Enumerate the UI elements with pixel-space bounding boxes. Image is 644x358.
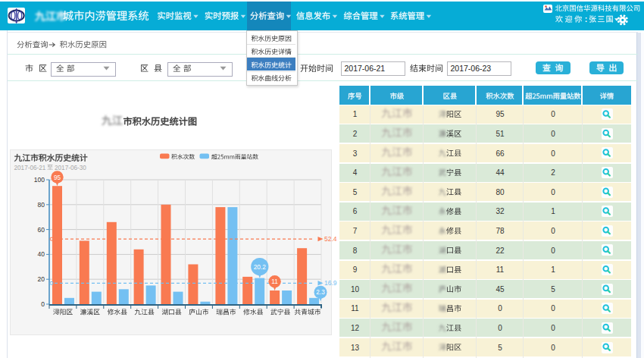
- svg-text:95: 95: [54, 174, 61, 181]
- svg-text:0: 0: [551, 324, 555, 332]
- svg-text:0: 0: [551, 188, 555, 196]
- svg-text:78: 78: [496, 227, 505, 235]
- svg-text:5: 5: [498, 344, 502, 352]
- svg-text:2.3: 2.3: [316, 289, 325, 296]
- svg-text:60: 60: [38, 226, 45, 234]
- svg-text:1: 1: [551, 265, 555, 274]
- svg-text:11: 11: [271, 278, 278, 285]
- svg-text:3: 3: [353, 149, 358, 158]
- svg-text:5: 5: [353, 188, 358, 196]
- svg-text:2017-06-23: 2017-06-23: [451, 64, 492, 73]
- svg-text::: :: [585, 14, 588, 24]
- svg-text:32: 32: [496, 207, 505, 215]
- svg-text:0: 0: [551, 304, 555, 312]
- svg-text:5: 5: [551, 285, 555, 294]
- svg-text:11: 11: [496, 265, 505, 274]
- svg-text:100: 100: [34, 176, 45, 184]
- svg-text:4: 4: [353, 168, 358, 177]
- svg-text:66: 66: [496, 149, 505, 158]
- svg-text:0: 0: [551, 227, 555, 235]
- svg-text:2: 2: [353, 130, 358, 138]
- svg-text:0: 0: [551, 247, 555, 255]
- svg-text:2017-06-30: 2017-06-30: [55, 165, 86, 171]
- svg-text:40: 40: [38, 250, 45, 258]
- svg-text:1: 1: [353, 110, 358, 118]
- svg-text:0: 0: [551, 110, 555, 118]
- svg-text:0: 0: [551, 130, 555, 138]
- svg-text:16.9: 16.9: [324, 279, 337, 287]
- svg-text:0: 0: [551, 149, 555, 158]
- svg-text:51: 51: [496, 130, 505, 138]
- svg-text:0: 0: [498, 304, 502, 312]
- svg-text:20.2: 20.2: [254, 263, 267, 271]
- svg-text:6: 6: [353, 207, 358, 215]
- svg-text:44: 44: [496, 168, 505, 177]
- svg-text:2: 2: [551, 168, 555, 177]
- svg-text:0: 0: [551, 344, 555, 352]
- svg-text:12: 12: [351, 324, 360, 332]
- svg-text:22: 22: [496, 247, 505, 255]
- svg-text:45: 45: [496, 285, 505, 294]
- svg-text:7: 7: [353, 227, 358, 235]
- svg-text:8: 8: [353, 247, 358, 255]
- svg-text:2017-06-21: 2017-06-21: [14, 165, 46, 171]
- svg-text:10: 10: [351, 285, 360, 294]
- svg-text:2017-06-21: 2017-06-21: [345, 64, 386, 73]
- svg-text:20: 20: [38, 275, 45, 283]
- svg-text:0: 0: [41, 300, 45, 308]
- svg-text:52.4: 52.4: [324, 235, 337, 243]
- svg-text:0: 0: [498, 324, 502, 332]
- svg-text:80: 80: [38, 201, 45, 209]
- svg-text:1: 1: [551, 207, 555, 215]
- svg-text:80: 80: [496, 188, 505, 196]
- svg-text:9: 9: [353, 265, 358, 274]
- svg-text:13: 13: [351, 344, 360, 352]
- svg-text:11: 11: [351, 304, 359, 312]
- svg-text:95: 95: [496, 110, 505, 118]
